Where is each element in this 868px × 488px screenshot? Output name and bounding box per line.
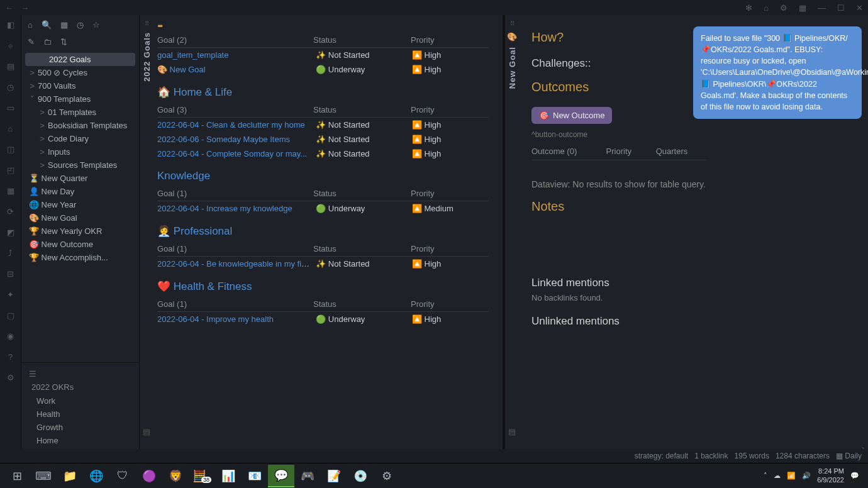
taskbar-app[interactable]: 📁: [57, 465, 83, 487]
ribbon-icon[interactable]: ◷: [7, 82, 14, 92]
pane-action-icon[interactable]: ▤: [508, 427, 516, 436]
tree-item[interactable]: ⏳ New Quarter: [25, 172, 135, 185]
sort-icon[interactable]: ⇅: [60, 37, 67, 47]
taskbar-app[interactable]: 🟣: [136, 465, 162, 487]
new-outcome-button[interactable]: 🎯 New Outcome: [531, 107, 612, 124]
tree-item[interactable]: 🏆 New Yearly OKR: [25, 225, 135, 238]
taskbar-app[interactable]: ⚙: [374, 465, 400, 487]
ribbon-icon[interactable]: ?: [8, 352, 13, 362]
goal-link[interactable]: 2022-06-04 - Be knowledgeable in my fie.…: [157, 259, 313, 269]
drag-handle-icon[interactable]: ⠿: [510, 20, 515, 27]
outline-header[interactable]: 2022 OKRs: [25, 380, 135, 394]
ribbon-icon[interactable]: ⊟: [7, 269, 14, 279]
taskbar-app[interactable]: 💬: [268, 465, 294, 487]
tray-wifi-icon[interactable]: 📶: [787, 472, 796, 480]
tree-item[interactable]: ˅900 Templates: [25, 92, 135, 106]
ribbon-icon[interactable]: ⌂: [8, 124, 13, 133]
outline-item[interactable]: Health: [25, 408, 135, 421]
tree-item[interactable]: >01 Templates: [25, 106, 135, 119]
status-chars[interactable]: 1284 characters: [776, 452, 830, 460]
status-daily[interactable]: ▦ Daily: [836, 452, 862, 460]
search-icon[interactable]: 🔍: [42, 20, 52, 30]
section-heading[interactable]: 🧑‍💼 Professional: [157, 216, 489, 241]
goal-link[interactable]: 🎨 New Goal: [157, 65, 206, 74]
outline-item[interactable]: Home: [25, 434, 135, 447]
tree-item[interactable]: >Inputs: [25, 145, 135, 158]
window-control-icon[interactable]: —: [818, 3, 826, 13]
ribbon-icon[interactable]: ▦: [7, 186, 14, 196]
ribbon-icon[interactable]: ▤: [7, 62, 14, 71]
tree-item[interactable]: >Booksidian Templates: [25, 119, 135, 132]
recent-icon[interactable]: ◷: [77, 20, 84, 30]
ribbon-icon[interactable]: ✦: [7, 290, 14, 299]
taskbar-app[interactable]: ⊞: [4, 465, 30, 487]
ribbon-icon[interactable]: ◰: [7, 165, 14, 175]
window-control-icon[interactable]: ☐: [837, 3, 845, 13]
taskbar-app[interactable]: 📝: [321, 465, 347, 487]
system-clock[interactable]: 8:24 PM 6/9/2022: [817, 467, 844, 484]
tree-item[interactable]: >700 Vaults: [25, 79, 135, 92]
window-control-icon[interactable]: ✕: [856, 3, 863, 13]
calendar-icon[interactable]: ▦: [60, 20, 68, 30]
goal-link[interactable]: 2022-06-06 - Someday Maybe Items: [157, 135, 290, 144]
taskbar-app[interactable]: 🛡: [109, 465, 136, 487]
new-folder-icon[interactable]: 🗀: [43, 37, 52, 47]
challenges-field[interactable]: Challenges::: [531, 57, 706, 70]
ribbon-icon[interactable]: ⟳: [7, 207, 14, 216]
window-control-icon[interactable]: ▦: [799, 3, 806, 13]
drag-handle-icon[interactable]: ⠿: [145, 20, 149, 27]
tree-item[interactable]: >Sources Templates: [25, 158, 135, 172]
unlinked-mentions-heading[interactable]: Unlinked mentions: [531, 315, 706, 328]
window-control-icon[interactable]: ✻: [745, 3, 752, 13]
ribbon-icon[interactable]: ⚙: [7, 373, 14, 382]
goal-link[interactable]: 2022-06-04 - Complete Somday or may...: [157, 149, 307, 158]
taskbar-app[interactable]: 🌐: [83, 465, 109, 487]
ribbon-icon[interactable]: ⟐: [8, 41, 13, 50]
outline-item[interactable]: Work: [25, 394, 135, 408]
outline-icon[interactable]: ☰: [25, 368, 135, 380]
status-backlink[interactable]: 1 backlink: [694, 452, 728, 460]
taskbar-app[interactable]: 📊: [215, 465, 242, 487]
tree-item[interactable]: 👤 New Day: [25, 185, 135, 198]
star-icon[interactable]: ☆: [92, 20, 100, 30]
home-icon[interactable]: ⌂: [28, 20, 33, 30]
window-control-icon[interactable]: ⌂: [764, 3, 769, 13]
back-button[interactable]: ←: [5, 3, 13, 13]
file-item-active[interactable]: 2022 Goals: [25, 53, 135, 66]
tray-cloud-icon[interactable]: ☁: [774, 472, 781, 480]
taskbar-app[interactable]: 🎮: [294, 465, 321, 487]
linked-mentions-heading[interactable]: Linked mentions: [531, 277, 706, 289]
new-note-icon[interactable]: ✎: [28, 37, 35, 47]
tree-item[interactable]: >500 ⊘ Cycles: [25, 66, 135, 79]
forward-button[interactable]: →: [21, 3, 29, 13]
status-strategy[interactable]: strategy: default: [635, 452, 688, 460]
pane-action-icon[interactable]: ▤: [143, 427, 150, 436]
ribbon-icon[interactable]: ⤴: [8, 248, 13, 258]
taskbar-app[interactable]: 🦁: [162, 465, 189, 487]
ribbon-icon[interactable]: ◧: [7, 20, 14, 30]
ribbon-icon[interactable]: ◩: [7, 228, 14, 237]
tray-chevron-icon[interactable]: ˄: [764, 472, 767, 480]
window-control-icon[interactable]: ⚙: [780, 3, 787, 13]
taskbar-app[interactable]: 💿: [347, 465, 374, 487]
taskbar-app[interactable]: 📧: [242, 465, 268, 487]
tree-item[interactable]: 🎨 New Goal: [25, 211, 135, 225]
section-heading[interactable]: Knowledge: [157, 161, 489, 186]
tree-item[interactable]: 🏆 New Accomplish...: [25, 251, 135, 264]
status-words[interactable]: 195 words: [735, 452, 769, 460]
error-notice[interactable]: Failed to save file "300 📘 Pipelines/OKR…: [693, 26, 862, 119]
taskbar-app[interactable]: ⌨: [30, 465, 57, 487]
section-heading[interactable]: 🏠 Home & Life: [157, 77, 489, 103]
notification-icon[interactable]: 💬: [850, 472, 859, 480]
goal-link[interactable]: goal_item_template: [157, 50, 228, 60]
ribbon-icon[interactable]: ◉: [7, 331, 14, 341]
outline-item[interactable]: Growth: [25, 421, 135, 434]
tray-volume-icon[interactable]: 🔊: [802, 472, 811, 480]
ribbon-icon[interactable]: ◫: [7, 145, 14, 154]
goal-link[interactable]: 2022-06-04 - Clean & declutter my home: [157, 120, 305, 130]
ribbon-icon[interactable]: ▭: [7, 103, 14, 113]
tree-item[interactable]: >Code Diary: [25, 132, 135, 145]
tree-item[interactable]: 🌐 New Year: [25, 198, 135, 211]
tree-item[interactable]: 🎯 New Outcome: [25, 238, 135, 251]
goal-link[interactable]: 2022-06-04 - Improve my health: [157, 314, 274, 324]
